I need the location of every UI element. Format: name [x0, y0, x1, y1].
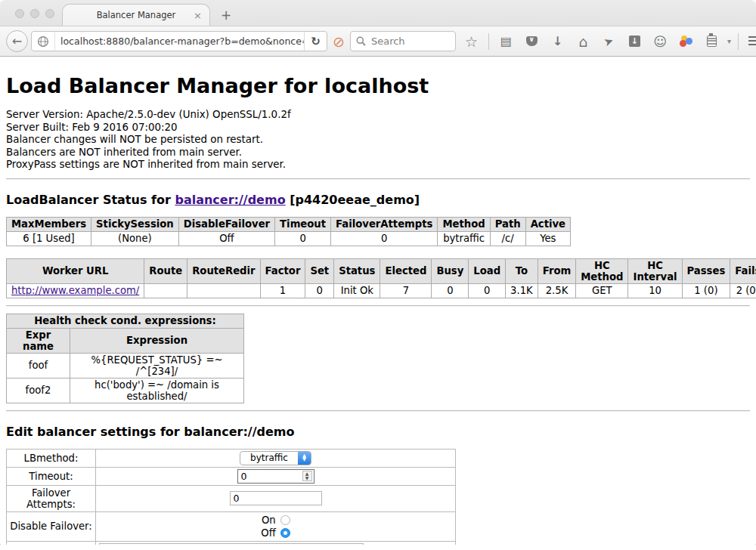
feedback-button[interactable]: ☺ [650, 31, 671, 51]
cell-expr-name: foof2 [7, 378, 70, 403]
download-arrow-icon: ↓ [553, 34, 562, 48]
tab-balancer-manager[interactable]: Balancer Manager × [62, 4, 210, 26]
send-tab-button[interactable]: ➤ [599, 31, 619, 51]
col-factor: Factor [260, 258, 305, 283]
tab-close-icon[interactable]: × [194, 10, 202, 21]
divider [6, 178, 750, 180]
content-blocked-button[interactable]: ⊘ [333, 33, 345, 50]
pocket-button[interactable] [522, 31, 542, 51]
col-disablefailover: DisableFailover [178, 217, 274, 231]
cell-maxmembers: 6 [1 Used] [7, 231, 91, 246]
battery-extension-button[interactable] [702, 31, 722, 51]
menu-button[interactable] [745, 31, 756, 51]
tab-strip: Balancer Manager × + [0, 0, 756, 26]
home-icon: ⌂ [578, 33, 587, 50]
lbmethod-select[interactable]: bytraffic ▲▼ [240, 451, 311, 465]
col-fails: Fails [730, 258, 756, 283]
col-failoverattempts: FailoverAttempts [331, 217, 438, 231]
search-icon [356, 36, 366, 46]
col-worker-url: Worker URL [7, 258, 144, 283]
download-box-icon: ↓ [629, 36, 640, 47]
failover-attempts-input[interactable]: 0 [230, 491, 322, 505]
table-row: 6 [1 Used] (None) Off 0 0 bytraffic /c/ … [7, 231, 571, 246]
sticky-session-input[interactable] [99, 543, 364, 545]
hamburger-icon [748, 36, 756, 46]
radio-off-label: Off [261, 527, 275, 539]
status-heading-prefix: LoadBalancer Status for [6, 193, 175, 207]
site-identity[interactable] [32, 32, 55, 51]
lbmethod-selected-value: bytraffic [240, 453, 298, 463]
search-bar[interactable] [350, 31, 456, 51]
star-icon: ☆ [465, 33, 478, 50]
window-controls [15, 9, 54, 18]
pocket-icon [526, 36, 538, 46]
reload-icon: ↻ [311, 35, 321, 48]
cell-active: Yes [525, 231, 570, 246]
edit-settings-heading: Edit balancer settings for balancer://de… [6, 425, 750, 439]
tab-title: Balancer Manager [97, 10, 176, 20]
number-spinner-icon[interactable]: ▲▼ [302, 471, 312, 481]
cell-method: bytraffic [438, 231, 490, 246]
disable-failover-off-radio[interactable] [280, 528, 290, 538]
toolbar-separator [738, 33, 739, 50]
cell-fails: 2 (0) [730, 283, 756, 298]
cell-path: /c/ [490, 231, 525, 246]
chat-smiley-icon: ☺ [654, 34, 668, 49]
divider [6, 305, 750, 307]
cell-expression: %{REQUEST_STATUS} =~ /^[234]/ [70, 353, 244, 378]
balancer-status-table: MaxMembers StickySession DisableFailover… [6, 217, 571, 246]
col-stickysession: StickySession [91, 217, 179, 231]
health-check-title: Health check cond. expressions: [7, 314, 244, 328]
col-method: Method [438, 217, 490, 231]
disable-failover-on-radio[interactable] [280, 515, 290, 525]
cell-status: Init Ok [334, 283, 380, 298]
bookmark-star-button[interactable]: ☆ [461, 31, 482, 51]
reload-button[interactable]: ↻ [304, 32, 327, 51]
col-maxmembers: MaxMembers [7, 217, 91, 231]
zoom-window-button[interactable] [45, 9, 54, 18]
cell-expression: hc('body') =~ /domain is established/ [70, 378, 244, 403]
server-version-line: Server Version: Apache/2.5.0-dev (Unix) … [6, 109, 750, 122]
cell-disablefailover: Off [178, 231, 274, 246]
clipboard-button[interactable]: ▤ [496, 31, 516, 51]
home-button[interactable]: ⌂ [573, 31, 593, 51]
col-routeredir: RouteRedir [187, 258, 260, 283]
col-expr-name: Expr name [7, 328, 70, 353]
worker-table: Worker URL Route RouteRedir Factor Set S… [6, 258, 756, 298]
back-button[interactable]: ← [6, 30, 28, 52]
col-timeout: Timeout [275, 217, 331, 231]
search-input[interactable] [370, 35, 445, 48]
downloads-button[interactable]: ↓ [547, 31, 568, 51]
battery-icon [707, 36, 717, 47]
cell-from: 2.5K [538, 283, 575, 298]
cell-set: 0 [305, 283, 334, 298]
balancer-demo-link[interactable]: balancer://demo [175, 193, 285, 207]
cell-elected: 7 [380, 283, 432, 298]
save-page-button[interactable]: ↓ [624, 31, 645, 51]
timeout-input[interactable]: 0 ▲▼ [237, 469, 314, 484]
divider [6, 410, 750, 412]
col-hc-interval: HC Interval [628, 258, 682, 283]
extension-dots-button[interactable] [676, 31, 696, 51]
cell-factor: 1 [260, 283, 305, 298]
minimize-window-button[interactable] [30, 9, 39, 18]
worker-url-link[interactable]: http://www.example.com/ [11, 285, 139, 296]
blocked-icon: ⊘ [333, 33, 345, 50]
col-active: Active [525, 217, 570, 231]
url-text[interactable]: localhost:8880/balancer-manager?b=demo&n… [55, 36, 304, 47]
cell-passes: 1 (0) [682, 283, 730, 298]
overflow-caret-button[interactable]: ▾ [727, 37, 731, 45]
new-tab-button[interactable]: + [221, 8, 231, 23]
cell-to: 3.1K [506, 283, 538, 298]
clipboard-icon: ▤ [500, 34, 512, 48]
table-row: foof2 hc('body') =~ /domain is establish… [7, 378, 244, 403]
close-window-button[interactable] [15, 9, 24, 18]
page-title: Load Balancer Manager for localhost [6, 74, 750, 97]
select-stepper-icon: ▲▼ [298, 451, 311, 465]
table-row: http://www.example.com/ 1 0 Init Ok 7 0 … [7, 283, 756, 298]
disable-failover-label: Disable Failover: [7, 511, 96, 541]
cell-load: 0 [469, 283, 506, 298]
url-bar[interactable]: localhost:8880/balancer-manager?b=demo&n… [31, 31, 327, 51]
cell-route [144, 283, 187, 298]
table-header-row: MaxMembers StickySession DisableFailover… [7, 217, 571, 231]
